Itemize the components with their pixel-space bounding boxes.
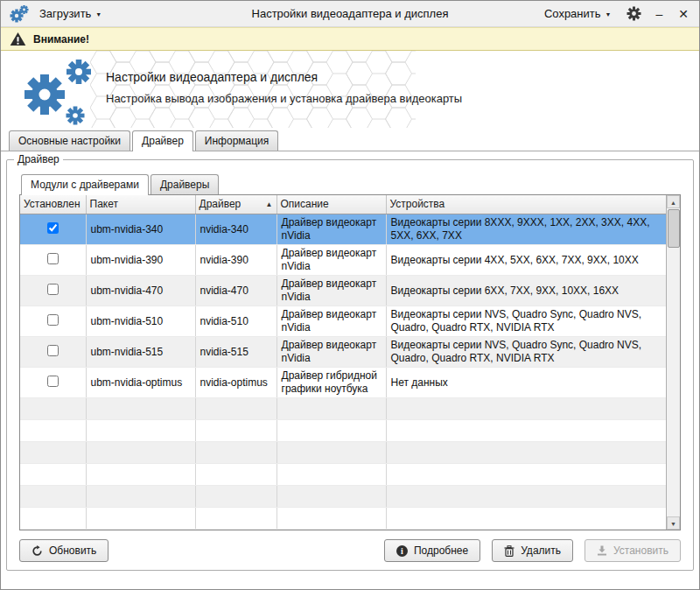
- trash-icon: [504, 545, 514, 557]
- delete-button[interactable]: Удалить: [492, 539, 573, 562]
- header-text: Настройки видеоадаптера и дисплея Настро…: [106, 70, 462, 105]
- cell-devices: Видеокарты серии NVS, Quadro Sync, Quadr…: [386, 306, 666, 337]
- table-row[interactable]: ubm-nvidia-510nvidia-510Драйвер видеокар…: [20, 306, 666, 337]
- cell-description: Драйвер гибридной графики ноутбука: [276, 368, 386, 398]
- details-button-label: Подробнее: [414, 544, 468, 557]
- header-subtitle: Настройка вывода изображения и установка…: [106, 92, 462, 105]
- installed-checkbox[interactable]: [47, 253, 59, 264]
- sort-asc-icon: ▲: [266, 200, 273, 209]
- empty-row: [20, 420, 666, 442]
- install-download-icon: [597, 545, 607, 556]
- cell-devices: Видеокарты серии 4XX, 5XX, 6XX, 7XX, 9XX…: [386, 245, 666, 276]
- cell-driver: nvidia-340: [195, 214, 276, 245]
- refresh-button[interactable]: Обновить: [19, 539, 108, 562]
- cell-installed: [20, 276, 86, 306]
- column-header-package[interactable]: Пакет: [86, 195, 195, 214]
- scroll-up-button[interactable]: ▲: [667, 195, 680, 208]
- installed-checkbox[interactable]: [47, 345, 59, 356]
- save-button[interactable]: Сохранить ▼: [541, 4, 615, 23]
- right-buttons: i Подробнее Удалить: [384, 539, 681, 562]
- cell-description: Драйвер видеокарт nVidia: [276, 337, 386, 368]
- column-header-driver[interactable]: ▲ Драйвер: [195, 195, 276, 214]
- cell-installed: [20, 306, 86, 337]
- cell-devices: Нет данных: [386, 368, 666, 398]
- install-button-label: Установить: [613, 544, 668, 557]
- tab-drivers[interactable]: Драйверы: [150, 174, 219, 194]
- page-header: Настройки видеоадаптера и дисплея Настро…: [1, 51, 699, 128]
- cell-description: Драйвер видеокарт nVidia: [276, 306, 386, 337]
- refresh-icon: [32, 545, 43, 557]
- installed-checkbox[interactable]: [47, 284, 59, 295]
- driver-groupbox: Драйвер Модули с драйверами Драйверы Уст…: [6, 159, 694, 571]
- table-row[interactable]: ubm-nvidia-515nvidia-515Драйвер видеокар…: [20, 337, 666, 368]
- cell-installed: [20, 337, 86, 368]
- titlebar-right: Сохранить ▼ – ✕: [541, 4, 690, 23]
- scroll-down-button[interactable]: ▼: [667, 516, 680, 530]
- table-row[interactable]: ubm-nvidia-optimusnvidia-optimusДрайвер …: [20, 368, 666, 398]
- app-gears-icon: [10, 4, 29, 24]
- driver-modules-table: Установлен Пакет ▲ Драйвер Описание Устр…: [20, 195, 666, 530]
- installed-checkbox[interactable]: [47, 376, 59, 387]
- details-button[interactable]: i Подробнее: [384, 539, 480, 562]
- main-tabbar: Основные настройки Драйвер Информация: [1, 128, 699, 151]
- cell-package: ubm-nvidia-515: [86, 337, 195, 368]
- action-bar: Обновить i Подробнее: [19, 539, 681, 562]
- cell-devices: Видеокарты серии NVS, Quadro Sync, Quadr…: [386, 337, 666, 368]
- column-header-installed[interactable]: Установлен: [20, 195, 86, 214]
- cell-package: ubm-nvidia-470: [86, 276, 195, 306]
- cell-driver: nvidia-510: [195, 306, 276, 337]
- cell-installed: [20, 368, 86, 398]
- minimize-button[interactable]: –: [654, 8, 664, 20]
- load-button[interactable]: Загрузить ▼: [36, 4, 105, 23]
- column-header-devices[interactable]: Устройства: [386, 195, 666, 214]
- table-row[interactable]: ubm-nvidia-470nvidia-470Драйвер видеокар…: [20, 276, 666, 306]
- chevron-down-icon: ▼: [606, 11, 612, 18]
- column-header-description[interactable]: Описание: [276, 195, 386, 214]
- tab-information[interactable]: Информация: [195, 130, 278, 151]
- cell-package: ubm-nvidia-390: [86, 245, 195, 276]
- scrollbar-thumb[interactable]: [668, 209, 680, 248]
- refresh-button-label: Обновить: [49, 544, 96, 557]
- cell-devices: Видеокарты серии 6XX, 7XX, 9XX, 10XX, 16…: [386, 276, 666, 306]
- column-header-driver-label: Драйвер: [200, 198, 242, 210]
- app-window: Загрузить ▼ Настройки видеоадаптера и ди…: [0, 0, 700, 590]
- titlebar: Загрузить ▼ Настройки видеоадаптера и ди…: [1, 1, 699, 27]
- warning-text: Внимание!: [33, 33, 89, 46]
- cell-installed: [20, 214, 86, 245]
- table-row[interactable]: ubm-nvidia-340nvidia-340Драйвер видеокар…: [20, 214, 666, 245]
- empty-row: [20, 530, 666, 530]
- cell-driver: nvidia-390: [195, 245, 276, 276]
- save-button-label: Сохранить: [544, 7, 601, 20]
- delete-button-label: Удалить: [521, 544, 561, 557]
- titlebar-left: Загрузить ▼: [10, 4, 105, 24]
- close-button[interactable]: ✕: [676, 8, 690, 20]
- cell-driver: nvidia-515: [195, 337, 276, 368]
- vertical-scrollbar[interactable]: ▲ ▼: [666, 195, 680, 530]
- install-button[interactable]: Установить: [584, 539, 681, 562]
- installed-checkbox[interactable]: [47, 222, 59, 234]
- empty-row: [20, 508, 666, 530]
- table-row[interactable]: ubm-nvidia-390nvidia-390Драйвер видеокар…: [20, 245, 666, 276]
- cell-package: ubm-nvidia-340: [86, 214, 195, 245]
- table-viewport: Установлен Пакет ▲ Драйвер Описание Устр…: [20, 195, 666, 530]
- warning-triangle-icon: [10, 32, 26, 46]
- cell-package: ubm-nvidia-510: [86, 306, 195, 337]
- table-header-row: Установлен Пакет ▲ Драйвер Описание Устр…: [20, 195, 666, 214]
- cell-driver: nvidia-optimus: [195, 368, 276, 398]
- cell-description: Драйвер видеокарт nVidia: [276, 245, 386, 276]
- tab-driver-modules[interactable]: Модули с драйверами: [21, 174, 149, 195]
- tab-pane: Драйвер Модули с драйверами Драйверы Уст…: [1, 151, 699, 571]
- gears-icon: [11, 53, 101, 128]
- settings-gear-icon[interactable]: [626, 6, 641, 21]
- driver-table-body: ubm-nvidia-340nvidia-340Драйвер видеокар…: [20, 214, 666, 530]
- cell-devices: Видеокарты серии 8XXX, 9XXX, 1XX, 2XX, 3…: [386, 214, 666, 245]
- installed-checkbox[interactable]: [47, 314, 59, 326]
- warning-banner: Внимание!: [1, 27, 699, 51]
- empty-row: [20, 442, 666, 464]
- empty-row: [20, 464, 666, 486]
- tab-main-settings[interactable]: Основные настройки: [9, 130, 130, 151]
- tab-driver[interactable]: Драйвер: [132, 130, 193, 151]
- info-icon: i: [396, 545, 408, 557]
- header-title: Настройки видеоадаптера и дисплея: [106, 70, 462, 84]
- groupbox-legend: Драйвер: [14, 153, 63, 165]
